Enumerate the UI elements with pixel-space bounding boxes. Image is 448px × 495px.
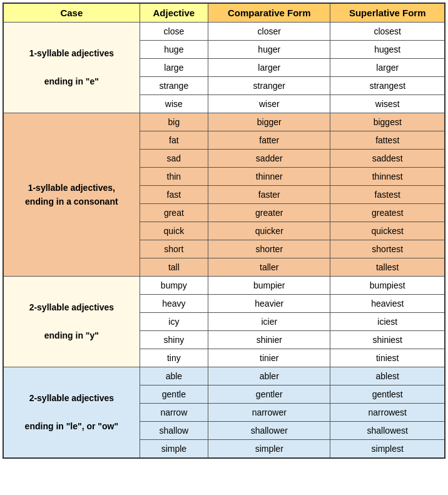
- comparative-cell: greater: [208, 204, 330, 222]
- adjective-cell: narrow: [140, 404, 208, 422]
- adjective-cell: shiny: [140, 331, 208, 349]
- comparative-cell: faster: [208, 186, 330, 204]
- adjective-cell: big: [140, 113, 208, 131]
- case-cell: 2-syllable adjectives ending in "le", or…: [3, 367, 140, 459]
- adjective-cell: tiny: [140, 349, 208, 367]
- header-comparative: Comparative Form: [208, 3, 330, 23]
- header-case: Case: [3, 3, 140, 23]
- adjective-cell: large: [140, 59, 208, 77]
- superlative-cell: shortest: [330, 240, 445, 258]
- adjective-cell: heavy: [140, 295, 208, 313]
- header-adjective: Adjective: [140, 3, 208, 23]
- comparative-cell: closer: [208, 23, 330, 41]
- superlative-cell: heaviest: [330, 295, 445, 313]
- adjective-cell: bumpy: [140, 277, 208, 295]
- comparative-cell: thinner: [208, 168, 330, 186]
- comparative-cell: abler: [208, 367, 330, 385]
- adjective-cell: quick: [140, 222, 208, 240]
- superlative-cell: thinnest: [330, 168, 445, 186]
- comparative-cell: quicker: [208, 222, 330, 240]
- comparative-cell: gentler: [208, 385, 330, 404]
- adjective-cell: thin: [140, 168, 208, 186]
- superlative-cell: strangest: [330, 77, 445, 95]
- superlative-cell: tiniest: [330, 349, 445, 367]
- case-cell: 2-syllable adjectives ending in "y": [3, 277, 140, 367]
- comparative-cell: huger: [208, 41, 330, 59]
- comparative-cell: wiser: [208, 95, 330, 113]
- comparative-cell: heavier: [208, 295, 330, 313]
- adjective-cell: icy: [140, 313, 208, 331]
- adjective-cell: gentle: [140, 385, 208, 404]
- superlative-cell: biggest: [330, 113, 445, 131]
- comparative-cell: simpler: [208, 440, 330, 459]
- comparative-cell: taller: [208, 258, 330, 277]
- superlative-cell: bumpiest: [330, 277, 445, 295]
- adjective-cell: strange: [140, 77, 208, 95]
- superlative-cell: hugest: [330, 41, 445, 59]
- adjective-cell: simple: [140, 440, 208, 459]
- superlative-cell: fastest: [330, 186, 445, 204]
- superlative-cell: simplest: [330, 440, 445, 459]
- comparative-cell: fatter: [208, 131, 330, 150]
- adjective-cell: huge: [140, 41, 208, 59]
- comparative-cell: bumpier: [208, 277, 330, 295]
- adjective-cell: tall: [140, 258, 208, 277]
- case-cell: 1-syllable adjectives ending in "e": [3, 23, 140, 113]
- adjective-cell: wise: [140, 95, 208, 113]
- adjective-cell: able: [140, 367, 208, 385]
- superlative-cell: iciest: [330, 313, 445, 331]
- comparative-cell: sadder: [208, 150, 330, 168]
- adjective-cell: great: [140, 204, 208, 222]
- comparative-cell: tinier: [208, 349, 330, 367]
- adjective-comparison-table: Case Adjective Comparative Form Superlat…: [3, 3, 445, 459]
- superlative-cell: shallowest: [330, 422, 445, 440]
- header-superlative: Superlative Form: [330, 3, 445, 23]
- adjective-cell: fat: [140, 131, 208, 150]
- comparative-cell: shallower: [208, 422, 330, 440]
- comparative-cell: shorter: [208, 240, 330, 258]
- comparative-cell: shinier: [208, 331, 330, 349]
- adjective-cell: short: [140, 240, 208, 258]
- superlative-cell: larger: [330, 59, 445, 77]
- case-cell: 1-syllable adjectives, ending in a conso…: [3, 113, 140, 277]
- comparative-cell: larger: [208, 59, 330, 77]
- superlative-cell: saddest: [330, 150, 445, 168]
- superlative-cell: greatest: [330, 204, 445, 222]
- comparative-cell: narrower: [208, 404, 330, 422]
- superlative-cell: gentlest: [330, 385, 445, 404]
- superlative-cell: wisest: [330, 95, 445, 113]
- superlative-cell: ablest: [330, 367, 445, 385]
- superlative-cell: fattest: [330, 131, 445, 150]
- superlative-cell: closest: [330, 23, 445, 41]
- adjective-cell: shallow: [140, 422, 208, 440]
- adjective-cell: fast: [140, 186, 208, 204]
- superlative-cell: quickest: [330, 222, 445, 240]
- superlative-cell: shiniest: [330, 331, 445, 349]
- adjective-cell: sad: [140, 150, 208, 168]
- comparative-cell: icier: [208, 313, 330, 331]
- superlative-cell: tallest: [330, 258, 445, 277]
- comparative-cell: bigger: [208, 113, 330, 131]
- comparative-cell: stranger: [208, 77, 330, 95]
- superlative-cell: narrowest: [330, 404, 445, 422]
- adjective-cell: close: [140, 23, 208, 41]
